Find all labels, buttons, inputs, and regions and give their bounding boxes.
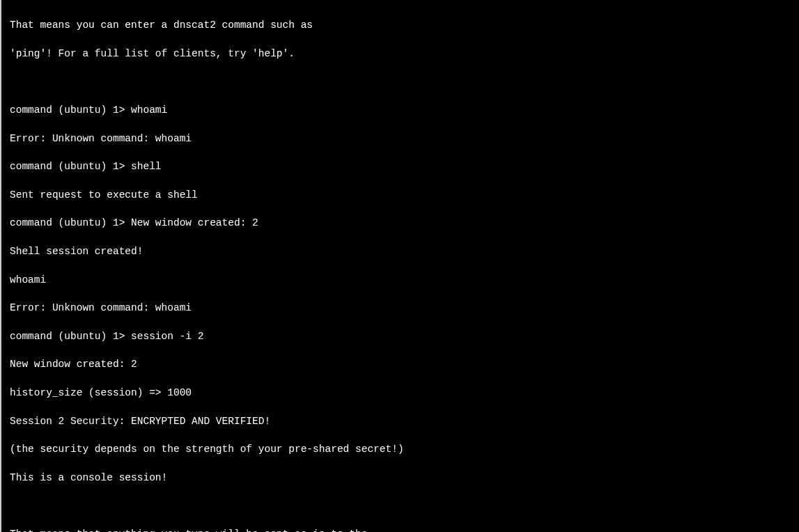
terminal-line: Shell session created! bbox=[10, 244, 791, 258]
terminal-line: 'ping'! For a full list of clients, try … bbox=[10, 47, 791, 61]
terminal-line: New window created: 2 bbox=[10, 357, 791, 371]
terminal-line: command (ubuntu) 1> session -i 2 bbox=[10, 329, 791, 343]
terminal-line: That means that anything you type will b… bbox=[10, 527, 791, 532]
terminal-line: whoami bbox=[10, 273, 791, 287]
terminal-line: This is a console session! bbox=[10, 471, 791, 485]
terminal-line: Session 2 Security: ENCRYPTED AND VERIFI… bbox=[10, 414, 791, 428]
terminal-line: Error: Unknown command: whoami bbox=[10, 132, 791, 146]
terminal-line: Sent request to execute a shell bbox=[10, 188, 791, 202]
terminal-line: (the security depends on the strength of… bbox=[10, 442, 791, 456]
terminal-line: command (ubuntu) 1> shell bbox=[10, 159, 791, 173]
terminal-line: Error: Unknown command: whoami bbox=[10, 301, 791, 315]
terminal-line: history_size (session) => 1000 bbox=[10, 386, 791, 400]
terminal-line: command (ubuntu) 1> New window created: … bbox=[10, 216, 791, 230]
terminal-output[interactable]: That means you can enter a dnscat2 comma… bbox=[10, 4, 791, 532]
terminal-line: That means you can enter a dnscat2 comma… bbox=[10, 18, 791, 32]
terminal-line bbox=[10, 75, 791, 88]
terminal-line: command (ubuntu) 1> whoami bbox=[10, 103, 791, 117]
terminal-line bbox=[10, 499, 791, 513]
